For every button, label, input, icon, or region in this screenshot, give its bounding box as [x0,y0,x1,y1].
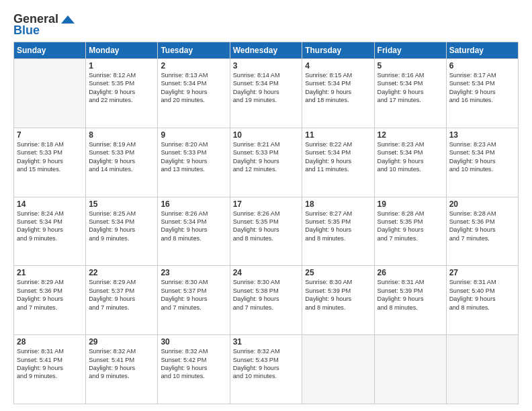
calendar-cell: 19Sunrise: 8:28 AM Sunset: 5:35 PM Dayli… [374,197,446,266]
day-number: 14 [17,199,83,209]
calendar-body: 1Sunrise: 8:12 AM Sunset: 5:35 PM Daylig… [14,59,519,404]
day-info: Sunrise: 8:32 AM Sunset: 5:43 PM Dayligh… [233,347,300,381]
calendar-cell: 23Sunrise: 8:30 AM Sunset: 5:37 PM Dayli… [158,266,230,335]
day-number: 19 [378,199,443,209]
day-number: 25 [305,268,371,277]
weekday-header-thursday: Thursday [302,42,374,59]
calendar-cell: 1Sunrise: 8:12 AM Sunset: 5:35 PM Daylig… [86,59,158,128]
day-number: 17 [233,199,300,209]
calendar-cell [446,335,518,404]
day-info: Sunrise: 8:12 AM Sunset: 5:35 PM Dayligh… [89,71,154,105]
calendar: SundayMondayTuesdayWednesdayThursdayFrid… [13,42,519,404]
day-info: Sunrise: 8:22 AM Sunset: 5:34 PM Dayligh… [305,140,371,174]
day-number: 2 [161,61,226,71]
day-number: 27 [449,268,515,277]
day-info: Sunrise: 8:28 AM Sunset: 5:36 PM Dayligh… [449,210,515,243]
calendar-cell: 28Sunrise: 8:31 AM Sunset: 5:41 PM Dayli… [14,335,86,404]
svg-marker-0 [61,15,75,24]
day-info: Sunrise: 8:16 AM Sunset: 5:34 PM Dayligh… [378,71,443,105]
calendar-cell: 15Sunrise: 8:25 AM Sunset: 5:34 PM Dayli… [86,197,158,266]
day-number: 9 [161,130,226,140]
day-info: Sunrise: 8:26 AM Sunset: 5:35 PM Dayligh… [233,210,300,243]
day-number: 13 [449,130,515,140]
calendar-cell: 6Sunrise: 8:17 AM Sunset: 5:34 PM Daylig… [446,59,518,128]
calendar-cell: 21Sunrise: 8:29 AM Sunset: 5:36 PM Dayli… [14,266,86,335]
day-number: 6 [449,61,515,71]
calendar-week-4: 21Sunrise: 8:29 AM Sunset: 5:36 PM Dayli… [14,266,519,335]
day-number: 23 [161,268,226,277]
day-number: 31 [233,337,300,347]
day-number: 20 [449,199,515,209]
calendar-cell: 22Sunrise: 8:29 AM Sunset: 5:37 PM Dayli… [86,266,158,335]
day-number: 24 [233,268,300,277]
header: General Blue [13,12,519,38]
calendar-cell: 4Sunrise: 8:15 AM Sunset: 5:34 PM Daylig… [302,59,374,128]
calendar-cell: 14Sunrise: 8:24 AM Sunset: 5:34 PM Dayli… [14,197,86,266]
day-number: 1 [89,61,154,71]
weekday-header-wednesday: Wednesday [230,42,302,59]
calendar-cell: 3Sunrise: 8:14 AM Sunset: 5:34 PM Daylig… [230,59,302,128]
logo-blue-text: Blue [13,24,40,38]
calendar-week-3: 14Sunrise: 8:24 AM Sunset: 5:34 PM Dayli… [14,197,519,266]
calendar-cell: 12Sunrise: 8:23 AM Sunset: 5:34 PM Dayli… [374,128,446,197]
weekday-header-friday: Friday [374,42,446,59]
calendar-cell: 26Sunrise: 8:31 AM Sunset: 5:39 PM Dayli… [374,266,446,335]
calendar-header: SundayMondayTuesdayWednesdayThursdayFrid… [14,42,519,59]
calendar-cell: 30Sunrise: 8:32 AM Sunset: 5:42 PM Dayli… [158,335,230,404]
day-number: 3 [233,61,300,71]
calendar-cell: 5Sunrise: 8:16 AM Sunset: 5:34 PM Daylig… [374,59,446,128]
weekday-header-sunday: Sunday [14,42,86,59]
calendar-cell: 25Sunrise: 8:30 AM Sunset: 5:39 PM Dayli… [302,266,374,335]
day-info: Sunrise: 8:26 AM Sunset: 5:34 PM Dayligh… [161,210,226,243]
day-info: Sunrise: 8:21 AM Sunset: 5:33 PM Dayligh… [233,140,300,174]
weekday-row: SundayMondayTuesdayWednesdayThursdayFrid… [14,42,519,59]
day-info: Sunrise: 8:32 AM Sunset: 5:41 PM Dayligh… [89,347,154,381]
day-info: Sunrise: 8:17 AM Sunset: 5:34 PM Dayligh… [449,71,515,105]
calendar-cell: 17Sunrise: 8:26 AM Sunset: 5:35 PM Dayli… [230,197,302,266]
day-number: 12 [378,130,443,140]
calendar-cell [374,335,446,404]
day-info: Sunrise: 8:32 AM Sunset: 5:42 PM Dayligh… [161,347,226,381]
day-info: Sunrise: 8:23 AM Sunset: 5:34 PM Dayligh… [378,140,443,174]
day-info: Sunrise: 8:30 AM Sunset: 5:38 PM Dayligh… [233,278,300,312]
day-number: 8 [89,130,154,140]
logo: General Blue [13,12,75,38]
calendar-cell: 7Sunrise: 8:18 AM Sunset: 5:33 PM Daylig… [14,128,86,197]
day-info: Sunrise: 8:31 AM Sunset: 5:41 PM Dayligh… [17,347,83,381]
calendar-cell: 11Sunrise: 8:22 AM Sunset: 5:34 PM Dayli… [302,128,374,197]
day-number: 4 [305,61,371,71]
day-info: Sunrise: 8:20 AM Sunset: 5:33 PM Dayligh… [161,140,226,174]
calendar-cell: 31Sunrise: 8:32 AM Sunset: 5:43 PM Dayli… [230,335,302,404]
logo-icon [60,14,75,25]
calendar-cell: 16Sunrise: 8:26 AM Sunset: 5:34 PM Dayli… [158,197,230,266]
calendar-cell: 18Sunrise: 8:27 AM Sunset: 5:35 PM Dayli… [302,197,374,266]
weekday-header-monday: Monday [86,42,158,59]
day-info: Sunrise: 8:13 AM Sunset: 5:34 PM Dayligh… [161,71,226,105]
calendar-cell: 10Sunrise: 8:21 AM Sunset: 5:33 PM Dayli… [230,128,302,197]
day-info: Sunrise: 8:31 AM Sunset: 5:40 PM Dayligh… [449,278,515,312]
day-number: 15 [89,199,154,209]
day-number: 11 [305,130,371,140]
day-number: 21 [17,268,83,277]
day-number: 18 [305,199,371,209]
day-number: 30 [161,337,226,347]
day-info: Sunrise: 8:25 AM Sunset: 5:34 PM Dayligh… [89,210,154,243]
weekday-header-tuesday: Tuesday [158,42,230,59]
page: General Blue SundayMondayTuesdayWednesda… [0,0,532,411]
day-info: Sunrise: 8:15 AM Sunset: 5:34 PM Dayligh… [305,71,371,105]
day-info: Sunrise: 8:29 AM Sunset: 5:37 PM Dayligh… [89,278,154,312]
calendar-cell: 9Sunrise: 8:20 AM Sunset: 5:33 PM Daylig… [158,128,230,197]
calendar-cell [14,59,86,128]
day-info: Sunrise: 8:30 AM Sunset: 5:37 PM Dayligh… [161,278,226,312]
day-info: Sunrise: 8:18 AM Sunset: 5:33 PM Dayligh… [17,140,83,174]
day-number: 5 [378,61,443,71]
day-info: Sunrise: 8:30 AM Sunset: 5:39 PM Dayligh… [305,278,371,312]
calendar-week-2: 7Sunrise: 8:18 AM Sunset: 5:33 PM Daylig… [14,128,519,197]
day-info: Sunrise: 8:24 AM Sunset: 5:34 PM Dayligh… [17,210,83,243]
calendar-cell: 8Sunrise: 8:19 AM Sunset: 5:33 PM Daylig… [86,128,158,197]
calendar-cell: 2Sunrise: 8:13 AM Sunset: 5:34 PM Daylig… [158,59,230,128]
day-number: 16 [161,199,226,209]
day-info: Sunrise: 8:19 AM Sunset: 5:33 PM Dayligh… [89,140,154,174]
day-number: 28 [17,337,83,347]
calendar-cell: 20Sunrise: 8:28 AM Sunset: 5:36 PM Dayli… [446,197,518,266]
